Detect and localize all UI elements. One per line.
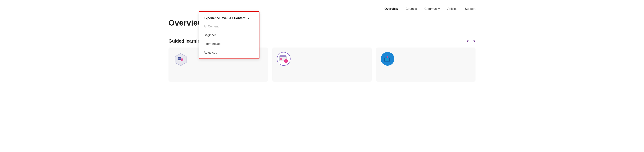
ui-icon [279, 54, 289, 64]
svg-rect-14 [384, 61, 390, 61]
nav-overview[interactable]: Overview [384, 7, 398, 12]
guided-learning-title: Guided learning [168, 38, 203, 44]
card-3[interactable] [376, 47, 476, 82]
card-2-icon [277, 52, 290, 66]
svg-rect-8 [280, 58, 282, 60]
dropdown-header: Experience level: All Content ∨ [199, 13, 259, 22]
filter-label-header: Experience level: All Content [204, 16, 246, 20]
nav-courses[interactable]: Courses [406, 7, 417, 12]
nav-support[interactable]: Support [465, 7, 476, 12]
svg-rect-13 [385, 58, 389, 61]
card-1-icon [173, 52, 188, 67]
svg-rect-2 [178, 58, 180, 58]
svg-rect-7 [280, 55, 286, 57]
nav-community[interactable]: Community [424, 7, 440, 12]
hex-icon [174, 53, 188, 66]
svg-rect-11 [286, 60, 286, 62]
dropdown-menu-inner: Experience level: All Content ∨ All Cont… [199, 12, 259, 58]
nav-articles[interactable]: Articles [448, 7, 457, 12]
carousel-nav: < > [466, 38, 476, 44]
option-intermediate[interactable]: Intermediate [199, 40, 259, 48]
option-advanced[interactable]: Advanced [199, 48, 259, 57]
next-arrow[interactable]: > [473, 38, 476, 44]
svg-rect-3 [178, 59, 180, 59]
prev-arrow[interactable]: < [466, 38, 469, 44]
page-container: Overview Courses Community Articles Supp… [161, 0, 483, 85]
card-2[interactable] [272, 47, 372, 82]
laptop-icon [383, 54, 392, 64]
page-title: Overview [168, 18, 204, 27]
experience-level-dropdown: Experience level: All Content ∨ All Cont… [199, 11, 260, 59]
chevron-icon-header: ∨ [247, 16, 250, 20]
option-all-content[interactable]: All Content [199, 22, 259, 31]
card-3-icon [381, 52, 394, 66]
option-beginner[interactable]: Beginner [199, 31, 259, 40]
